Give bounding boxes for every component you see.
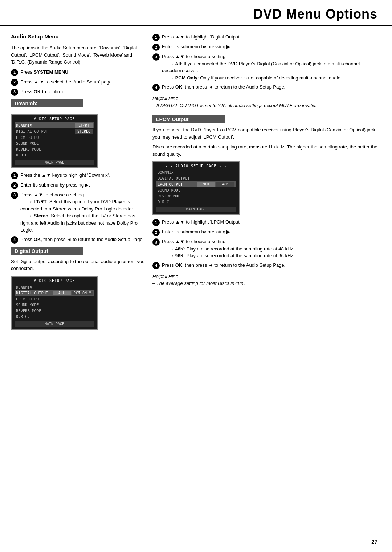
digital-output-right: 1 Press ▲▼ to highlight 'Digital Output'… xyxy=(152,33,381,109)
menu2-row-drc: D.R.C. xyxy=(15,314,94,319)
menu2-title: - - AUDIO SETUP PAGE - - xyxy=(15,279,94,283)
lpcm-subtitle: LPCM Output xyxy=(152,115,225,123)
page-number: 27 xyxy=(371,539,377,545)
menu2-row-digital: DIGITAL OUTPUT ALL PCM ONLY xyxy=(15,290,94,296)
do-step-4: 4 Press OK, then press ◄ to return to th… xyxy=(152,83,381,91)
step-num-1: 1 xyxy=(11,69,18,76)
menu1-row-lpcm: LPCM OUTPUT xyxy=(15,135,94,140)
do-step-1: 1 Press ▲▼ to highlight 'Digital Output'… xyxy=(152,33,381,41)
menu1-row-digital: DIGITAL OUTPUT STEREO xyxy=(15,128,94,135)
downmix-step-2: 2 Enter its submenu by pressing ▶. xyxy=(11,181,145,189)
menu1-row-downmix: DOWNMIX LT/RT xyxy=(15,122,94,128)
menu1-row-reverb: REVERB MODE xyxy=(15,146,94,152)
right-column: 1 Press ▲▼ to highlight 'Digital Output'… xyxy=(152,33,381,333)
menu2-row-lpcm: LPCM OUTPUT xyxy=(15,296,94,302)
downmix-step-4: 4 Press OK, then press ◄ to return to th… xyxy=(11,236,145,244)
menu2-row-reverb: REVERB MODE xyxy=(15,308,94,314)
digital-output-subtitle: Digital Output xyxy=(11,247,83,255)
hint1: Helpful Hint: – If DIGITAL OUTPUT is set… xyxy=(152,95,381,109)
menu3-main-page: MAIN PAGE xyxy=(156,207,236,212)
menu1-row-sound: SOUND MODE xyxy=(15,140,94,146)
lpcm-step-4: 4 Press OK, then press ◄ to return to th… xyxy=(152,262,381,269)
menu3-row-sound: SOUND MODE xyxy=(156,187,236,193)
downmix-step-1: 1 Press the ▲▼ keys to highlight 'Downmi… xyxy=(11,172,145,179)
menu3-row-downmix: DOWNMIX xyxy=(156,169,236,175)
audio-setup-section: Audio Setup Menu The options in the Audi… xyxy=(11,33,145,330)
menu2-main-page: MAIN PAGE xyxy=(15,321,94,327)
menu3-title: - - AUDIO SETUP PAGE - - xyxy=(156,164,236,168)
page-title: DVD Menu Options xyxy=(15,7,377,22)
menu1-row-drc: D.R.C. xyxy=(15,152,94,158)
lpcm-step-2: 2 Enter its submenu by pressing ▶. xyxy=(152,228,381,236)
lpcm-steps: 1 Press ▲▼ to highlight 'LPCM Output'. 2… xyxy=(152,218,381,269)
digital-output-intro: Set Digital output according to the opti… xyxy=(11,258,145,272)
intro-steps: 1 Press SYSTEM MENU. 2 Press ▲ ▼ to sele… xyxy=(11,69,145,96)
menu3-row-lpcm: LPCM OUTPUT 96K 48K xyxy=(156,181,236,187)
menu-box-2: - - AUDIO SETUP PAGE - - DOWNMIX DIGITAL… xyxy=(11,276,98,330)
lpcm-section: LPCM Output If you connect the DVD Playe… xyxy=(152,115,381,287)
downmix-step-3: 3 Press ▲▼ to choose a setting. LT/RT: S… xyxy=(11,191,145,234)
digital-output-steps: 1 Press ▲▼ to highlight 'Digital Output'… xyxy=(152,33,381,91)
menu1-title: - - AUDIO SETUP PAGE - - xyxy=(15,117,94,121)
system-menu-label: SYSTEM MENU xyxy=(34,69,68,75)
page-header: DVD Menu Options xyxy=(0,0,392,26)
left-column: Audio Setup Menu The options in the Audi… xyxy=(11,33,145,333)
menu3-row-reverb: REVERB MODE xyxy=(156,193,236,199)
lpcm-step-1: 1 Press ▲▼ to highlight 'LPCM Output'. xyxy=(152,218,381,226)
menu3-row-drc: D.R.C. xyxy=(156,199,236,205)
do-step-2: 2 Enter its submenu by pressing ▶. xyxy=(152,43,381,51)
menu1-main-page: MAIN PAGE xyxy=(15,160,94,165)
step-num-2: 2 xyxy=(11,79,18,86)
downmix-steps: 1 Press the ▲▼ keys to highlight 'Downmi… xyxy=(11,172,145,244)
audio-setup-intro: The options in the Audio Setup menu are:… xyxy=(11,44,145,66)
lpcm-step-3: 3 Press ▲▼ to choose a setting. 48K: Pla… xyxy=(152,238,381,259)
lpcm-intro1: If you connect the DVD Player to a PCM c… xyxy=(152,126,381,140)
step-num-3: 3 xyxy=(11,89,18,96)
hint2: Helpful Hint: – The average setting for … xyxy=(152,273,381,287)
menu-box-1: - - AUDIO SETUP PAGE - - DOWNMIX LT/RT D… xyxy=(11,114,98,168)
lpcm-intro2: Discs are recorded at a certain sampling… xyxy=(152,143,381,158)
audio-setup-title: Audio Setup Menu xyxy=(11,33,145,41)
step-3: 3 Press OK to confirm. xyxy=(11,88,145,96)
menu2-row-sound: SOUND MODE xyxy=(15,302,94,308)
downmix-subtitle: Downmix xyxy=(11,99,83,107)
menu2-row-downmix: DOWNMIX xyxy=(15,284,94,290)
menu-box-3: - - AUDIO SETUP PAGE - - DOWNMIX DIGITAL… xyxy=(152,161,240,215)
do-step-3: 3 Press ▲▼ to choose a setting. All: If … xyxy=(152,53,381,81)
step-2: 2 Press ▲ ▼ to select the 'Audio Setup' … xyxy=(11,78,145,86)
menu3-row-digital: DIGITAL OUTPUT xyxy=(156,175,236,181)
step-1: 1 Press SYSTEM MENU. xyxy=(11,69,145,76)
